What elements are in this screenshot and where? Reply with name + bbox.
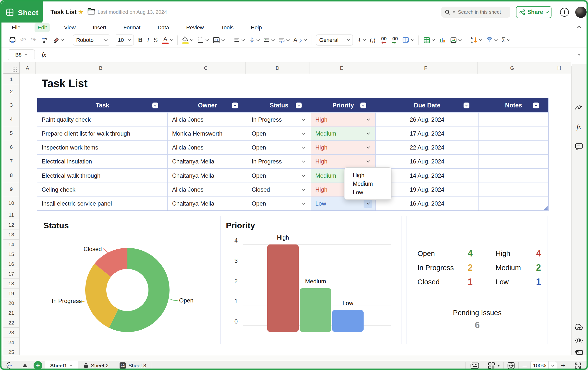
share-button[interactable]: Share xyxy=(516,6,551,18)
header-filter-dropdown-icon[interactable] xyxy=(464,103,469,108)
menu-edit[interactable]: Edit xyxy=(35,23,50,32)
comments-panel-icon[interactable] xyxy=(571,143,587,150)
task-cell[interactable]: Paint quality check xyxy=(37,113,168,127)
text-rotate-button[interactable]: A xyxy=(294,37,306,43)
theme-toggle-icon[interactable] xyxy=(571,336,587,345)
text-color-button[interactable]: A xyxy=(162,36,173,44)
popup-option-low[interactable]: Low xyxy=(353,188,391,197)
status-dropdown-chevron-icon[interactable] xyxy=(302,187,305,191)
status-dropdown-chevron-icon[interactable] xyxy=(302,173,305,176)
insert-chart-button[interactable] xyxy=(439,37,446,44)
insert-table-button[interactable] xyxy=(423,37,434,44)
row-header-22[interactable]: 22 xyxy=(3,318,20,328)
increase-decimal-button[interactable]: .00 xyxy=(391,36,398,44)
due-date-cell[interactable]: 22 Aug, 2024 xyxy=(376,141,479,154)
name-box[interactable]: B8 xyxy=(8,49,35,60)
owner-cell[interactable]: Monica Hemsworth xyxy=(168,127,247,140)
formula-bar-expand-icon[interactable] xyxy=(578,54,581,56)
menu-insert[interactable]: Insert xyxy=(90,23,109,32)
column-header-C[interactable]: C xyxy=(166,62,246,74)
data-visibility-icon[interactable] xyxy=(571,324,587,332)
due-date-cell[interactable]: 17 Aug, 2024 xyxy=(376,127,479,140)
number-format-select[interactable]: General xyxy=(316,35,353,46)
zoom-out-button[interactable]: – xyxy=(523,361,527,370)
strikethrough-button[interactable]: S xyxy=(154,37,158,43)
menu-file[interactable]: File xyxy=(9,23,23,32)
view-layout-button[interactable] xyxy=(488,362,500,369)
tab-sheet1[interactable]: Sheet1 xyxy=(45,361,78,370)
zoom-in-button[interactable]: + xyxy=(561,361,565,370)
italic-button[interactable]: I xyxy=(147,37,149,43)
header-filter-dropdown-icon[interactable] xyxy=(232,103,238,108)
fullscreen-icon[interactable] xyxy=(574,362,582,369)
currency-format-button[interactable]: ₹ xyxy=(357,37,366,43)
due-date-cell[interactable]: 16 Aug, 2024 xyxy=(376,197,479,210)
row-header-18[interactable]: 18 xyxy=(3,279,20,289)
status-dropdown-chevron-icon[interactable] xyxy=(302,145,305,149)
filter-button[interactable] xyxy=(486,37,497,44)
task-cell[interactable]: Inspection work items xyxy=(37,141,168,154)
sort-button[interactable]: AZ xyxy=(471,37,482,44)
task-cell[interactable]: Celing check xyxy=(37,183,168,197)
priority-dropdown-chevron-icon[interactable] xyxy=(364,143,372,152)
task-cell[interactable]: Insall electric service panel xyxy=(37,197,168,210)
notes-cell[interactable] xyxy=(479,141,548,154)
row-header-20[interactable]: 20 xyxy=(3,298,20,308)
zoom-chevron-icon[interactable] xyxy=(549,361,557,370)
app-logo[interactable]: Sheet xyxy=(1,1,43,24)
tab-sheet2[interactable]: Sheet 2 xyxy=(78,361,114,370)
font-size-select[interactable]: 10 xyxy=(115,35,134,46)
functions-icon[interactable]: fx xyxy=(571,123,587,131)
bold-button[interactable]: B xyxy=(138,37,143,43)
owner-cell[interactable]: Chaitanya Mella xyxy=(168,169,247,183)
insert-image-button[interactable] xyxy=(450,37,461,44)
header-filter-dropdown-icon[interactable] xyxy=(296,103,302,108)
owner-cell[interactable]: Chaitanya Mella xyxy=(168,155,247,168)
row-header-15[interactable]: 15 xyxy=(3,249,20,259)
row-header-17[interactable]: 17 xyxy=(3,269,20,279)
row-header-3[interactable]: 3 xyxy=(3,98,20,112)
status-dropdown-chevron-icon[interactable] xyxy=(302,201,305,205)
row-header-1[interactable]: 1 xyxy=(3,74,20,85)
search-scope-chevron-icon[interactable] xyxy=(453,11,455,13)
decrease-decimal-button[interactable]: .00 xyxy=(380,36,387,44)
indent-button[interactable] xyxy=(264,37,274,43)
status-cell[interactable]: Open xyxy=(247,127,311,140)
sheet-canvas[interactable]: Task List TaskOwnerStatusPriorityDue Dat… xyxy=(20,74,573,355)
table-resize-handle-icon[interactable] xyxy=(544,206,548,210)
undo-button[interactable]: ↶ xyxy=(20,37,26,44)
priority-cell[interactable]: High xyxy=(311,141,376,154)
search-box[interactable] xyxy=(441,7,510,18)
due-date-cell[interactable]: 16 Aug, 2024 xyxy=(376,155,479,168)
font-select[interactable]: Roboto xyxy=(73,35,110,46)
priority-dropdown-chevron-icon[interactable] xyxy=(364,199,372,208)
row-header-16[interactable]: 16 xyxy=(3,259,20,269)
popup-option-high[interactable]: High xyxy=(353,171,391,180)
status-cell[interactable]: In Progress xyxy=(247,155,311,168)
header-filter-dropdown-icon[interactable] xyxy=(533,103,539,108)
row-header-9[interactable]: 9 xyxy=(3,182,20,196)
sum-button[interactable]: Σ xyxy=(502,37,510,43)
status-cell[interactable]: In Progress xyxy=(247,113,311,127)
search-input[interactable] xyxy=(457,9,506,15)
zia-assistant-icon[interactable] xyxy=(571,104,587,111)
table-header-status[interactable]: Status xyxy=(247,98,311,112)
fill-color-button[interactable] xyxy=(182,36,193,44)
add-sheet-button[interactable]: + xyxy=(34,361,42,370)
priority-dropdown-chevron-icon[interactable] xyxy=(364,116,372,124)
owner-cell[interactable]: Alicia Jones xyxy=(168,141,247,154)
row-header-23[interactable]: 23 xyxy=(3,328,20,337)
conditional-format-button[interactable] xyxy=(402,37,414,44)
scroll-to-selection-icon[interactable] xyxy=(507,362,515,370)
due-date-cell[interactable]: 26 Aug, 2024 xyxy=(376,113,479,127)
print-button[interactable] xyxy=(9,37,16,44)
row-header-7[interactable]: 7 xyxy=(3,154,20,168)
priority-dropdown-chevron-icon[interactable] xyxy=(364,157,372,166)
notes-cell[interactable] xyxy=(479,155,548,168)
chat-icon[interactable] xyxy=(6,362,14,370)
priority-cell[interactable]: High xyxy=(311,113,376,127)
merge-cells-button[interactable] xyxy=(213,37,224,44)
priority-chart-panel[interactable]: Priority 43210HighMediumLow xyxy=(220,216,402,344)
status-dropdown-chevron-icon[interactable] xyxy=(302,159,305,162)
borders-button[interactable] xyxy=(197,37,208,44)
